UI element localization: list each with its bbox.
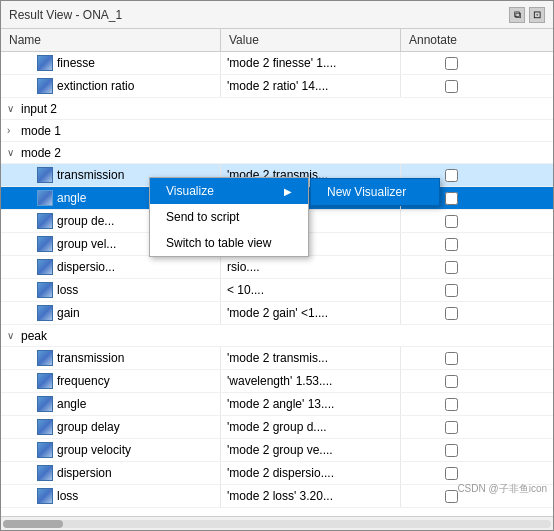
row-value-peak-angle: 'mode 2 angle' 13....: [221, 393, 401, 415]
table-body: finesse 'mode 2 finesse' 1.... extinctio…: [1, 52, 553, 512]
row-name-peak-group-velocity: group velocity: [1, 439, 221, 461]
annotate-checkbox[interactable]: [445, 284, 458, 297]
expand-icon: ›: [7, 125, 19, 136]
col-name: Name: [1, 29, 221, 51]
row-annotate-finesse[interactable]: [401, 52, 501, 74]
annotate-checkbox[interactable]: [445, 238, 458, 251]
annotate-checkbox[interactable]: [445, 421, 458, 434]
row-annotate-peak-frequency[interactable]: [401, 370, 501, 392]
row-name-peak-frequency: frequency: [1, 370, 221, 392]
table-row-loss[interactable]: loss < 10....: [1, 279, 553, 302]
row-annotate-peak-angle[interactable]: [401, 393, 501, 415]
annotate-checkbox[interactable]: [445, 57, 458, 70]
row-value-peak-dispersion: 'mode 2 dispersio....: [221, 462, 401, 484]
section-label-mode1: › mode 1: [1, 122, 221, 140]
row-name-dispersion: dispersio...: [1, 256, 221, 278]
submenu-item-new-visualizer[interactable]: New Visualizer: [311, 179, 439, 205]
row-icon: [37, 419, 53, 435]
table-row-peak-group-velocity[interactable]: group velocity 'mode 2 group ve....: [1, 439, 553, 462]
annotate-checkbox[interactable]: [445, 352, 458, 365]
row-name-peak-group-delay: group delay: [1, 416, 221, 438]
row-annotate-peak-group-delay[interactable]: [401, 416, 501, 438]
context-menu: Visualize ▶ New Visualizer Send to scrip…: [149, 177, 309, 257]
section-label-peak: ∨ peak: [1, 327, 221, 345]
annotate-checkbox[interactable]: [445, 192, 458, 205]
row-value-peak-frequency: 'wavelength' 1.53....: [221, 370, 401, 392]
table-row-peak-transmission[interactable]: transmission 'mode 2 transmis...: [1, 347, 553, 370]
section-peak[interactable]: ∨ peak: [1, 325, 553, 347]
row-icon: [37, 213, 53, 229]
section-label-input2: ∨ input 2: [1, 100, 221, 118]
row-annotate-peak-group-velocity[interactable]: [401, 439, 501, 461]
row-value-dispersion: rsio....: [221, 256, 401, 278]
row-icon: [37, 282, 53, 298]
collapse-icon: ∨: [7, 330, 19, 341]
float-button[interactable]: ⊡: [529, 7, 545, 23]
row-icon: [37, 350, 53, 366]
annotate-checkbox[interactable]: [445, 398, 458, 411]
annotate-checkbox[interactable]: [445, 444, 458, 457]
row-annotate-peak-dispersion[interactable]: [401, 462, 501, 484]
row-name-peak-loss: loss: [1, 485, 221, 507]
row-annotate-group-delay[interactable]: [401, 210, 501, 232]
row-annotate-group-velocity[interactable]: [401, 233, 501, 255]
menu-item-switch-table[interactable]: Switch to table view: [150, 230, 308, 256]
title-bar: Result View - ONA_1 ⧉ ⊡: [1, 1, 553, 29]
row-value-peak-transmission: 'mode 2 transmis...: [221, 347, 401, 369]
section-mode2[interactable]: ∨ mode 2: [1, 142, 553, 164]
watermark: CSDN @子非鱼icon: [457, 482, 547, 496]
menu-item-visualize[interactable]: Visualize ▶ New Visualizer: [150, 178, 308, 204]
section-input2[interactable]: ∨ input 2: [1, 98, 553, 120]
annotate-checkbox[interactable]: [445, 80, 458, 93]
table-row-gain[interactable]: gain 'mode 2 gain' <1....: [1, 302, 553, 325]
restore-button[interactable]: ⧉: [509, 7, 525, 23]
table-row-dispersion[interactable]: dispersio... rsio....: [1, 256, 553, 279]
scrollbar-thumb[interactable]: [3, 520, 63, 528]
annotate-checkbox[interactable]: [445, 307, 458, 320]
row-value-loss: < 10....: [221, 279, 401, 301]
table-row-peak-group-delay[interactable]: group delay 'mode 2 group d....: [1, 416, 553, 439]
window-controls: ⧉ ⊡: [509, 7, 545, 23]
annotate-checkbox[interactable]: [445, 467, 458, 480]
result-table-container: Name Value Annotate finesse 'mode 2 fine…: [1, 29, 553, 516]
row-name-peak-angle: angle: [1, 393, 221, 415]
annotate-checkbox[interactable]: [445, 375, 458, 388]
submenu-visualize: New Visualizer: [310, 178, 440, 206]
section-label-mode2: ∨ mode 2: [1, 144, 221, 162]
annotate-checkbox[interactable]: [445, 490, 458, 503]
row-icon: [37, 396, 53, 412]
row-icon: [37, 78, 53, 94]
row-icon: [37, 236, 53, 252]
row-annotate-extinction-ratio[interactable]: [401, 75, 501, 97]
table-row[interactable]: extinction ratio 'mode 2 ratio' 14....: [1, 75, 553, 98]
col-annotate: Annotate: [401, 29, 501, 51]
row-icon: [37, 167, 53, 183]
menu-item-send-to-script[interactable]: Send to script: [150, 204, 308, 230]
row-name-extinction-ratio: extinction ratio: [1, 75, 221, 97]
table-row-peak-frequency[interactable]: frequency 'wavelength' 1.53....: [1, 370, 553, 393]
row-icon: [37, 55, 53, 71]
row-value-peak-loss: 'mode 2 loss' 3.20...: [221, 485, 401, 507]
row-annotate-gain[interactable]: [401, 302, 501, 324]
row-value-peak-group-delay: 'mode 2 group d....: [221, 416, 401, 438]
row-value-peak-group-velocity: 'mode 2 group ve....: [221, 439, 401, 461]
table-row[interactable]: finesse 'mode 2 finesse' 1....: [1, 52, 553, 75]
annotate-checkbox[interactable]: [445, 215, 458, 228]
horizontal-scrollbar[interactable]: [1, 516, 553, 530]
row-annotate-dispersion[interactable]: [401, 256, 501, 278]
scrollbar-track: [3, 520, 551, 528]
annotate-checkbox[interactable]: [445, 261, 458, 274]
table-header: Name Value Annotate: [1, 29, 553, 52]
submenu-arrow: ▶: [284, 186, 292, 197]
table-row-peak-angle[interactable]: angle 'mode 2 angle' 13....: [1, 393, 553, 416]
row-value-extinction-ratio: 'mode 2 ratio' 14....: [221, 75, 401, 97]
row-annotate-peak-transmission[interactable]: [401, 347, 501, 369]
row-annotate-loss[interactable]: [401, 279, 501, 301]
section-mode1[interactable]: › mode 1: [1, 120, 553, 142]
row-value-finesse: 'mode 2 finesse' 1....: [221, 52, 401, 74]
row-icon: [37, 442, 53, 458]
row-icon: [37, 373, 53, 389]
annotate-checkbox[interactable]: [445, 169, 458, 182]
collapse-icon: ∨: [7, 147, 19, 158]
row-icon: [37, 488, 53, 504]
